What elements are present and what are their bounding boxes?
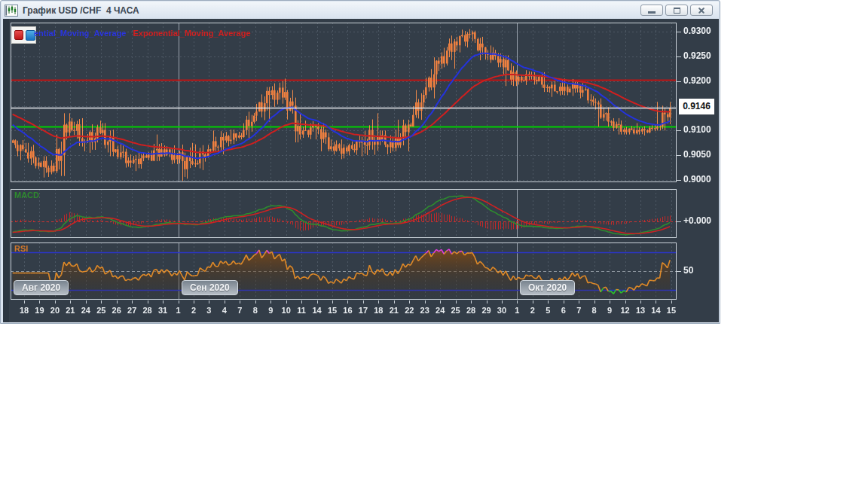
- time-axis-label: 18: [374, 306, 383, 315]
- ema-red-toggle[interactable]: [14, 30, 23, 40]
- time-axis-label: 8: [592, 306, 597, 315]
- time-axis-label: 21: [66, 306, 75, 315]
- indicator-legend: ential_Moving_Average Exponential_Moving…: [34, 29, 251, 38]
- time-axis-label: 24: [81, 306, 90, 315]
- price-axis-label: 0.9200: [683, 75, 711, 86]
- titlebar[interactable]: График USD /CHF 4 ЧАСА: [2, 2, 719, 19]
- time-axis-label: 21: [390, 306, 399, 315]
- macd-panel-label: MACD: [14, 191, 39, 200]
- window-controls: [640, 5, 716, 16]
- price-axis-label: 0.9100: [683, 124, 711, 135]
- time-axis-label: 4: [222, 306, 227, 315]
- time-axis-label: 2: [191, 306, 196, 315]
- time-axis-label: 26: [112, 306, 121, 315]
- price-axis-label: 0.9050: [683, 149, 711, 160]
- time-axis-label: 20: [50, 306, 60, 315]
- time-axis-label: 17: [359, 306, 368, 315]
- time-axis-label: 16: [343, 306, 352, 315]
- desktop: График USD /CHF 4 ЧАСА ential_Moving_Ave…: [0, 0, 868, 488]
- time-axis-label: 19: [35, 306, 44, 315]
- minimize-icon: [648, 11, 656, 14]
- price-axis-label: 0.9000: [683, 174, 711, 185]
- close-icon: [698, 7, 705, 14]
- time-axis-label: 11: [297, 306, 306, 315]
- rsi-mid-label: 50: [683, 265, 693, 276]
- time-axis-label: 6: [561, 306, 566, 315]
- time-axis-label: 14: [312, 306, 321, 315]
- restore-button[interactable]: [665, 5, 688, 16]
- time-axis-label: 31: [158, 306, 167, 315]
- time-axis-label: 7: [237, 306, 242, 315]
- time-axis-label: 25: [451, 306, 460, 315]
- time-axis-label: 27: [127, 306, 136, 315]
- minimize-button[interactable]: [640, 5, 663, 16]
- indicator-legend-buttons: [11, 26, 36, 44]
- close-button[interactable]: [690, 5, 713, 16]
- restore-icon: [674, 8, 680, 14]
- time-axis-label: 3: [206, 306, 211, 315]
- time-axis-label: 10: [282, 306, 291, 315]
- time-axis-label: 24: [436, 306, 445, 315]
- time-axis-label: 13: [636, 306, 645, 315]
- time-axis-label: 7: [576, 306, 581, 315]
- month-button[interactable]: Сен 2020: [182, 280, 238, 295]
- time-axis-label: 2: [530, 306, 535, 315]
- macd-zero-label: +0.000: [683, 215, 711, 226]
- time-axis-label: 18: [20, 306, 29, 315]
- time-axis-label: 1: [515, 306, 519, 315]
- chart-client-area: ential_Moving_Average Exponential_Moving…: [3, 19, 719, 322]
- rsi-panel-label: RSI: [14, 244, 28, 253]
- time-axis-label: 28: [142, 306, 151, 315]
- time-axis-label: 28: [466, 306, 475, 315]
- time-axis-label: 25: [96, 306, 105, 315]
- time-axis-label: 29: [481, 306, 491, 315]
- month-button[interactable]: Авг 2020: [14, 280, 69, 295]
- month-button[interactable]: Окт 2020: [520, 280, 575, 295]
- price-axis-label: 0.9250: [683, 50, 711, 61]
- time-axis-label: 12: [620, 306, 629, 315]
- chart-window: График USD /CHF 4 ЧАСА ential_Moving_Ave…: [0, 0, 720, 324]
- time-axis-label: 9: [268, 306, 273, 315]
- current-price-tag: 0.9146: [679, 99, 714, 114]
- price-chart-canvas[interactable]: [3, 19, 719, 322]
- time-axis-label: 15: [328, 306, 337, 315]
- legend-fast-ma-label: ential_Moving_Average: [34, 29, 126, 38]
- time-axis-label: 5: [546, 306, 550, 315]
- time-axis-label: 15: [667, 306, 676, 315]
- time-axis-label: 14: [651, 306, 660, 315]
- legend-slow-ma-label: Exponential_Moving_Average: [133, 29, 250, 38]
- time-axis-label: 9: [607, 306, 612, 315]
- time-axis-label: 23: [420, 306, 429, 315]
- candlestick-chart-icon: [5, 5, 18, 17]
- time-axis-label: 8: [253, 306, 258, 315]
- time-axis-label: 30: [497, 306, 506, 315]
- time-axis-label: 1: [176, 306, 180, 315]
- price-axis-label: 0.9300: [683, 26, 711, 36]
- window-title: График USD /CHF 4 ЧАСА: [23, 5, 636, 16]
- time-axis-label: 22: [405, 306, 414, 315]
